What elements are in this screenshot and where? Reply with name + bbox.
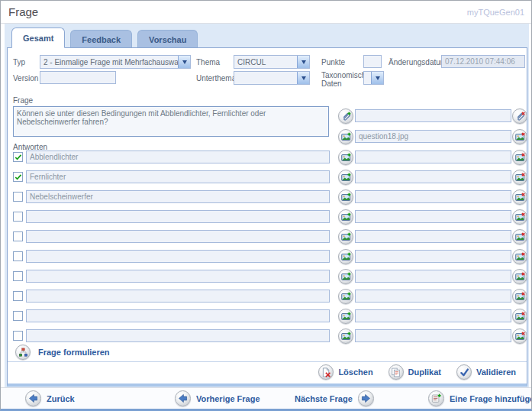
formulate-button-circle[interactable] [15, 345, 31, 360]
thema-select[interactable]: CIRCUL [234, 55, 310, 69]
answer-image-add-button[interactable] [338, 269, 353, 284]
delete-button-label: Löschen [338, 367, 372, 377]
answer-image-remove-button[interactable] [512, 289, 527, 304]
attachment-remove-button[interactable] [512, 108, 527, 124]
image-add-icon [341, 292, 351, 302]
answer-image-add-button[interactable] [338, 249, 353, 264]
answer-image-input[interactable] [355, 190, 511, 203]
question-textarea[interactable]: Können sie unter diesen Bedingungen mit … [13, 106, 329, 137]
add-question-button[interactable]: Eine Frage hinzufügen [428, 388, 532, 409]
validate-button[interactable]: Validieren [456, 364, 516, 380]
answer-image-input[interactable] [355, 170, 511, 183]
answer-checkbox[interactable] [13, 212, 23, 222]
question-image-add-button[interactable] [338, 129, 353, 144]
answer-image-add-button[interactable] [338, 150, 353, 165]
answer-checkbox[interactable] [13, 231, 23, 241]
back-button[interactable]: Zurück [25, 388, 75, 409]
answer-image-add-button[interactable] [338, 170, 353, 185]
delete-button[interactable]: Löschen [318, 364, 372, 380]
previous-button-circle[interactable] [175, 390, 191, 406]
answer-image-input[interactable] [355, 270, 511, 283]
typ-select[interactable]: 2 - Einmalige Frage mit Mehrfachauswahl [40, 55, 191, 69]
answer-image-add-button[interactable] [338, 209, 353, 225]
answer-image-remove-button[interactable] [512, 309, 527, 324]
chevron-down-icon [297, 72, 309, 84]
previous-question-button[interactable]: Vorherige Frage [175, 388, 260, 409]
punkte-input[interactable] [363, 55, 382, 68]
answer-image-add-button[interactable] [338, 189, 353, 205]
version-input[interactable] [40, 71, 116, 84]
question-image-remove-button[interactable] [512, 129, 527, 144]
answer-checkbox[interactable] [13, 331, 23, 341]
answer-image-add-button[interactable] [338, 289, 353, 304]
answer-text-input[interactable] [26, 270, 330, 283]
tab-vorschau[interactable]: Vorschau [137, 30, 198, 48]
arrow-right-icon [361, 393, 371, 403]
answer-image-add-button[interactable] [338, 309, 353, 324]
answer-checkbox[interactable] [13, 172, 23, 182]
answer-checkbox[interactable] [13, 251, 23, 261]
answer-image-remove-button[interactable] [512, 229, 527, 244]
formulate-question-button[interactable]: Frage formulieren [15, 345, 110, 360]
answer-text-input[interactable] [26, 210, 330, 223]
tab-feedback[interactable]: Feedback [70, 30, 132, 48]
answer-image-input[interactable] [355, 250, 511, 263]
answer-text-input[interactable] [26, 250, 330, 263]
answer-image-input[interactable] [355, 230, 511, 243]
answer-checkbox[interactable] [13, 192, 23, 202]
chevron-down-icon [371, 72, 383, 84]
answer-image-input[interactable] [355, 210, 511, 223]
answer-image-remove-button[interactable] [512, 249, 527, 264]
answer-row [8, 249, 527, 269]
next-button-label: Nächste Frage [295, 394, 353, 403]
add-question-button-circle[interactable] [428, 390, 444, 406]
back-button-circle[interactable] [25, 390, 41, 406]
answer-text-input[interactable] [26, 190, 330, 203]
page-add-icon [431, 393, 441, 403]
answer-checkbox[interactable] [13, 291, 23, 301]
answer-text-input[interactable] [26, 170, 330, 183]
question-image-filename-input[interactable] [355, 130, 511, 143]
answer-text-input[interactable] [26, 329, 330, 342]
attachment-add-button[interactable] [338, 108, 353, 124]
thema-label: Thema [196, 58, 220, 66]
image-remove-icon [515, 212, 525, 222]
answer-image-remove-button[interactable] [512, 150, 527, 165]
chevron-down-icon [178, 56, 190, 68]
answer-checkbox[interactable] [13, 271, 23, 281]
answer-image-remove-button[interactable] [512, 189, 527, 205]
image-add-icon [341, 212, 351, 222]
duplicate-button-circle[interactable] [389, 364, 404, 380]
answer-image-add-button[interactable] [338, 328, 353, 344]
answer-image-add-button[interactable] [338, 229, 353, 244]
attachment-filename-input[interactable] [355, 109, 511, 122]
arrow-left-icon [178, 393, 188, 403]
answer-text-input[interactable] [26, 309, 330, 322]
answer-image-input[interactable] [355, 150, 511, 163]
answer-image-remove-button[interactable] [512, 269, 527, 284]
unterthema-select[interactable] [234, 71, 310, 85]
answer-image-remove-button[interactable] [512, 170, 527, 185]
answer-checkbox[interactable] [13, 311, 23, 321]
tab-gesamt[interactable]: Gesamt [11, 28, 65, 48]
duplicate-button[interactable]: Duplikat [389, 364, 441, 380]
answer-image-input[interactable] [355, 290, 511, 303]
answer-image-input[interactable] [355, 329, 511, 342]
next-question-button[interactable]: Nächste Frage [295, 388, 374, 409]
content-area: Gesamt Feedback Vorschau Typ 2 - Einmali… [5, 24, 529, 388]
answer-text-input[interactable] [26, 150, 330, 163]
answer-checkbox[interactable] [13, 152, 23, 162]
validate-button-circle[interactable] [456, 364, 472, 380]
paperclip-add-icon [341, 112, 351, 121]
next-button-circle[interactable] [358, 390, 374, 406]
answer-image-remove-button[interactable] [512, 209, 527, 225]
answer-row [8, 229, 527, 249]
answer-image-remove-button[interactable] [512, 328, 527, 344]
answer-text-input[interactable] [26, 290, 330, 303]
answer-image-input[interactable] [355, 309, 511, 322]
taxonomische-select[interactable] [363, 71, 384, 85]
tab-bar: Gesamt Feedback Vorschau [11, 28, 198, 48]
answer-text-input[interactable] [26, 230, 330, 243]
delete-button-circle[interactable] [318, 364, 334, 380]
formulate-button-label: Frage formulieren [38, 348, 110, 357]
